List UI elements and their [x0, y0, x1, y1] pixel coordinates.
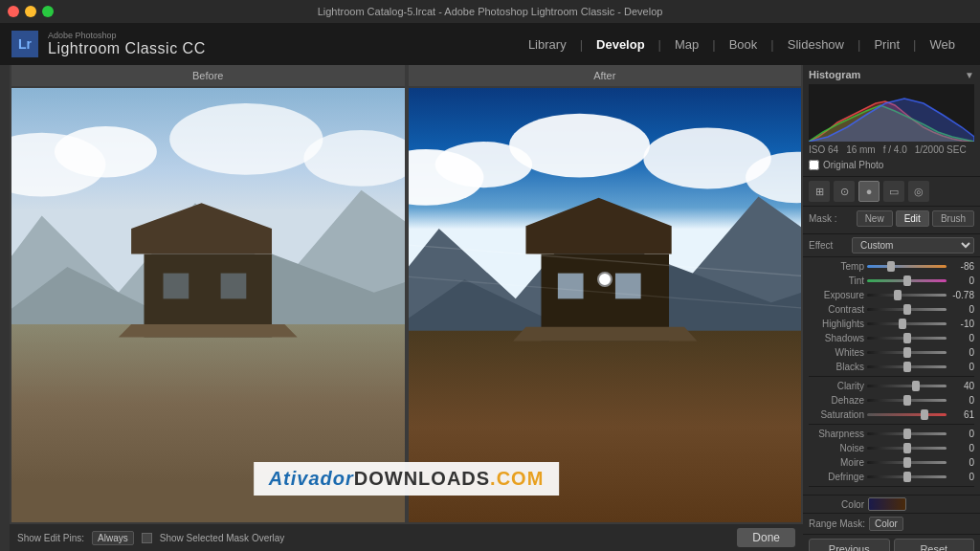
slider-row-whites: Whites0 [809, 347, 974, 358]
slider-value-sharpness: 0 [949, 429, 974, 439]
mask-edit-button[interactable]: Edit [896, 210, 929, 227]
slider-thumb-noise[interactable] [903, 443, 911, 453]
slider-thumb-exposure[interactable] [894, 290, 902, 300]
adobe-label: Adobe Photoshop [48, 31, 206, 40]
slider-thumb-saturation[interactable] [921, 409, 928, 420]
slider-name-defringe: Defringe [809, 472, 864, 482]
svg-marker-26 [513, 327, 697, 342]
original-photo-label: Original Photo [823, 160, 883, 170]
histogram-header: Histogram ▼ [809, 69, 974, 80]
slider-thumb-blacks[interactable] [903, 362, 911, 372]
adjustment-brush-tool[interactable]: ● [858, 181, 880, 202]
slider-name-sharpness: Sharpness [809, 429, 864, 439]
slider-track-clarity[interactable] [867, 385, 947, 387]
maximize-button[interactable] [42, 6, 54, 17]
show-edit-pins-label: Show Edit Pins: [17, 533, 84, 543]
reset-button[interactable]: Reset [894, 539, 975, 551]
show-mask-label: Show Selected Mask Overlay [160, 533, 285, 543]
nav-print[interactable]: Print [860, 33, 913, 55]
titlebar: Lightroom Catalog-5.lrcat - Adobe Photos… [0, 0, 980, 23]
slider-track-temp[interactable] [867, 265, 947, 268]
watermark-com: .COM [490, 468, 544, 489]
slider-name-exposure: Exposure [809, 290, 864, 300]
focal-value: 16 mm [846, 144, 876, 155]
effect-label: Effect [809, 240, 852, 251]
slider-track-highlights[interactable] [867, 322, 947, 325]
slider-track-shadows[interactable] [867, 337, 947, 340]
slider-thumb-moire[interactable] [903, 457, 911, 468]
slider-value-contrast: 0 [949, 304, 974, 315]
app-name-label: Lightroom Classic CC [48, 40, 206, 57]
lr-logo: Lr [11, 31, 38, 57]
slider-thumb-contrast[interactable] [903, 304, 911, 315]
slider-name-highlights: Highlights [809, 319, 864, 329]
slider-track-defringe[interactable] [867, 475, 947, 478]
nav-web[interactable]: Web [917, 33, 969, 55]
slider-row-blacks: Blacks0 [809, 362, 974, 372]
slider-name-temp: Temp [809, 261, 864, 272]
histogram-section: Histogram ▼ ISO 64 16 mm [803, 65, 980, 177]
slider-value-noise: 0 [949, 443, 974, 453]
slider-thumb-shadows[interactable] [903, 333, 911, 343]
slider-thumb-dehaze[interactable] [903, 395, 911, 406]
effect-select[interactable]: Custom [852, 237, 974, 253]
radial-filter-tool[interactable]: ◎ [908, 181, 929, 202]
slider-track-exposure[interactable] [867, 294, 947, 297]
slider-track-dehaze[interactable] [867, 399, 947, 402]
spot-removal-tool[interactable]: ⊙ [834, 181, 855, 202]
crop-tool[interactable]: ⊞ [809, 181, 830, 202]
graduated-filter-tool[interactable]: ▭ [883, 181, 904, 202]
slider-track-noise[interactable] [867, 447, 947, 450]
slider-track-moire[interactable] [867, 461, 947, 464]
histogram-expand-icon[interactable]: ▼ [965, 70, 974, 80]
slider-track-tint[interactable] [867, 279, 947, 282]
nav-map[interactable]: Map [661, 33, 712, 55]
after-photo [409, 88, 802, 522]
app-logo-area: Adobe Photoshop Lightroom Classic CC [48, 31, 206, 57]
svg-point-3 [169, 103, 323, 175]
slider-thumb-clarity[interactable] [912, 381, 920, 391]
show-mask-checkbox[interactable] [142, 533, 152, 543]
slider-value-exposure: -0.78 [949, 290, 974, 300]
close-button[interactable] [8, 6, 19, 17]
previous-button[interactable]: Previous [809, 539, 890, 551]
nav-library[interactable]: Library [515, 33, 580, 55]
slider-separator [809, 424, 974, 425]
slider-row-highlights: Highlights-10 [809, 319, 974, 329]
original-photo-checkbox[interactable] [809, 160, 819, 170]
range-mask-row: Range Mask: Color [803, 513, 980, 534]
mask-brush-button[interactable]: Brush [932, 210, 974, 227]
slider-thumb-sharpness[interactable] [903, 429, 911, 439]
slider-thumb-temp[interactable] [887, 261, 895, 272]
slider-thumb-defringe[interactable] [903, 472, 911, 482]
before-after-labels: Before After [10, 65, 803, 86]
nav-book[interactable]: Book [716, 33, 771, 55]
slider-track-blacks[interactable] [867, 365, 947, 368]
slider-track-contrast[interactable] [867, 308, 947, 311]
show-edit-pins-value[interactable]: Always [92, 531, 134, 545]
slider-thumb-highlights[interactable] [899, 319, 906, 329]
slider-thumb-whites[interactable] [903, 347, 911, 358]
slider-name-shadows: Shadows [809, 333, 864, 343]
svg-marker-12 [119, 324, 298, 337]
mask-new-button[interactable]: New [857, 210, 893, 227]
traffic-lights [8, 6, 54, 17]
adjustment-pin[interactable] [597, 272, 612, 287]
slider-track-saturation[interactable] [867, 413, 947, 416]
minimize-button[interactable] [25, 6, 36, 17]
range-mask-value[interactable]: Color [869, 517, 903, 531]
slider-track-sharpness[interactable] [867, 432, 947, 435]
right-panel: Histogram ▼ ISO 64 16 mm [803, 65, 980, 551]
nav-slideshow[interactable]: Slideshow [774, 33, 858, 55]
done-button[interactable]: Done [737, 528, 795, 547]
watermark: AtivadorDOWNLOADS.COM [254, 462, 560, 496]
slider-row-defringe: Defringe0 [809, 472, 974, 482]
slider-thumb-tint[interactable] [903, 276, 911, 286]
mask-section: Mask : New Edit Brush [803, 207, 980, 234]
slider-value-blacks: 0 [949, 362, 974, 372]
color-swatch[interactable] [868, 497, 906, 511]
nav-develop[interactable]: Develop [583, 33, 658, 55]
slider-track-whites[interactable] [867, 351, 947, 354]
photo-compare-area[interactable]: AtivadorDOWNLOADS.COM [10, 86, 803, 524]
shutter-value: 1/2000 SEC [915, 144, 967, 155]
